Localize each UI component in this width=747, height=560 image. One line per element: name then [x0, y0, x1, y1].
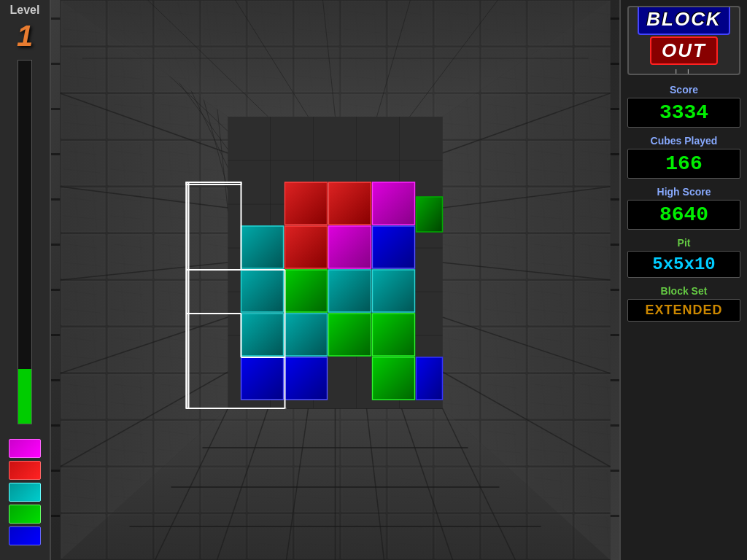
left-sidebar: Level 1 [0, 0, 51, 560]
game-container: Level 1 [0, 0, 747, 560]
svg-rect-67 [417, 357, 443, 400]
high-score-label: High Score [627, 186, 740, 198]
block-set-label: Block Set [627, 285, 740, 297]
pit-value-box: 5x5x10 [627, 251, 740, 278]
svg-rect-61 [241, 357, 284, 400]
level-bar-fill [18, 369, 31, 424]
game-logo: BLOCK OUT I I [627, 6, 740, 75]
game-area[interactable] [51, 0, 619, 560]
block-set-panel: Block Set EXTENDED [627, 285, 740, 322]
queue-piece-3 [9, 483, 41, 502]
queue-piece-2 [9, 461, 41, 480]
high-score-value: 8640 [659, 203, 708, 226]
cubes-played-panel: Cubes Played 166 [627, 135, 740, 179]
svg-rect-92 [285, 182, 328, 225]
high-score-value-box: 8640 [627, 200, 740, 230]
queue-piece-1 [9, 439, 41, 458]
high-score-panel: High Score 8640 [627, 186, 740, 230]
logo-out: OUT [662, 39, 706, 61]
svg-rect-96 [373, 182, 415, 225]
queue-piece-5 [9, 526, 41, 545]
svg-rect-70 [285, 314, 328, 356]
right-sidebar: BLOCK OUT I I Score 3334 Cubes Played 16… [619, 0, 747, 560]
block-set-value: EXTENDED [645, 303, 722, 317]
svg-rect-74 [373, 314, 415, 356]
cubes-played-value: 166 [665, 152, 702, 175]
game-scene [51, 0, 619, 560]
svg-rect-84 [241, 226, 284, 268]
svg-rect-63 [285, 357, 328, 400]
svg-rect-82 [373, 270, 415, 312]
svg-rect-86 [285, 226, 328, 268]
pit-panel: Pit 5x5x10 [627, 237, 740, 278]
svg-rect-98 [417, 197, 443, 232]
cubes-played-value-box: 166 [627, 149, 740, 179]
pit-value: 5x5x10 [652, 254, 715, 274]
score-panel: Score 3334 [627, 84, 740, 128]
svg-rect-88 [329, 226, 371, 268]
pit-label: Pit [627, 237, 740, 249]
svg-rect-90 [373, 226, 415, 268]
logo-ii: I I [675, 68, 693, 76]
svg-rect-80 [329, 270, 371, 312]
level-label: Level [10, 4, 40, 17]
cubes-played-label: Cubes Played [627, 135, 740, 147]
queue-piece-4 [9, 505, 41, 524]
piece-queue [9, 439, 41, 545]
logo-block: BLOCK [646, 8, 721, 30]
svg-rect-76 [241, 270, 284, 312]
svg-rect-68 [241, 314, 284, 356]
svg-rect-65 [373, 357, 415, 400]
score-label: Score [627, 84, 740, 96]
svg-rect-94 [329, 182, 371, 225]
svg-rect-78 [285, 270, 328, 312]
score-value-box: 3334 [627, 98, 740, 128]
score-value: 3334 [659, 101, 708, 124]
level-bar [18, 60, 32, 424]
svg-rect-72 [329, 314, 371, 356]
level-number: 1 [17, 20, 33, 52]
block-set-value-box: EXTENDED [627, 299, 740, 322]
